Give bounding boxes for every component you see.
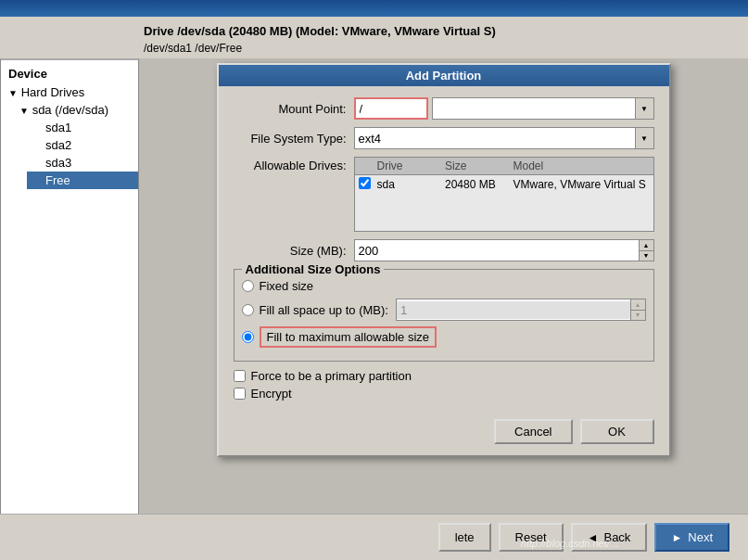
additional-size-options-legend: Additional Size Options	[242, 262, 385, 276]
drives-table-row: sda 20480 MB VMware, VMware Virtual S	[355, 175, 653, 194]
mount-point-dropdown-btn[interactable]: ▼	[635, 98, 653, 119]
encrypt-checkbox[interactable]	[234, 388, 246, 400]
force-primary-row: Force to be a primary partition	[234, 369, 654, 383]
fill-all-space-row: Fill all space up to (MB): ▲ ▼	[242, 299, 646, 321]
right-area: Add Partition Mount Point: ▼	[139, 58, 748, 560]
size-decrement-btn[interactable]: ▼	[640, 251, 653, 261]
drives-col-radio	[359, 159, 377, 172]
force-primary-checkbox[interactable]	[234, 370, 246, 382]
size-label: Size (MB):	[234, 244, 354, 258]
fixed-size-label: Fixed size	[260, 279, 314, 293]
delete-button[interactable]: lete	[438, 523, 491, 552]
allowable-drives-row: Allowable Drives: Drive Size Model	[234, 157, 654, 232]
drives-table-empty	[355, 194, 653, 231]
filesystem-type-combo[interactable]: ext4 ▼	[354, 127, 654, 149]
fill-all-space-input	[397, 301, 630, 319]
sidebar-hard-drives: ▼ Hard Drives	[1, 83, 138, 101]
drive-header: Drive /dev/sda (20480 MB) (Model: VMware…	[0, 17, 748, 42]
mount-point-combo-text	[433, 107, 635, 110]
hard-drives-label: Hard Drives	[21, 85, 85, 99]
size-row: Size (MB): ▲ ▼	[234, 239, 654, 261]
sidebar-device-header: Device	[1, 64, 138, 83]
drives-col-size: Size	[445, 159, 513, 172]
sidebar-sda3[interactable]: sda3	[27, 154, 138, 172]
dialog-overlay: Add Partition Mount Point: ▼	[139, 58, 748, 560]
size-input[interactable]	[355, 242, 639, 260]
delete-label: lete	[455, 530, 475, 544]
drives-col-drive: Drive	[377, 159, 446, 172]
additional-size-options-section: Additional Size Options Fixed size Fill …	[234, 269, 654, 362]
encrypt-row: Encrypt	[234, 387, 654, 401]
filesystem-type-row: File System Type: ext4 ▼	[234, 127, 654, 149]
allowable-drives-label: Allowable Drives:	[234, 157, 354, 172]
drives-table-header: Drive Size Model	[355, 158, 653, 175]
sda-label: sda (/dev/sda)	[32, 103, 108, 117]
sidebar-sda[interactable]: ▼ sda (/dev/sda)	[12, 101, 138, 119]
hard-drives-expand-icon: ▼	[8, 88, 18, 98]
encrypt-label: Encrypt	[251, 387, 292, 401]
sidebar-free[interactable]: Free	[27, 172, 138, 189]
fill-max-radio[interactable]	[242, 331, 254, 343]
drives-col-model: Model	[513, 159, 650, 172]
bottom-bar: lete Reset ◄ Back ► Next	[0, 514, 748, 560]
sidebar-sda1[interactable]: sda1	[27, 119, 138, 136]
cancel-button[interactable]: Cancel	[494, 419, 572, 444]
sda-expand-icon: ▼	[19, 106, 29, 116]
sda-checkbox[interactable]	[359, 177, 371, 189]
size-increment-btn[interactable]: ▲	[640, 240, 653, 251]
fill-all-space-radio[interactable]	[242, 304, 254, 316]
watermark: http://blog.csdn.net/...	[521, 538, 618, 549]
drives-row-drive: sda	[377, 178, 446, 191]
fill-all-space-label: Fill all space up to (MB):	[260, 303, 388, 317]
sidebar-sda2[interactable]: sda2	[27, 136, 138, 154]
next-button[interactable]: ► Next	[654, 523, 729, 552]
fixed-size-radio[interactable]	[242, 280, 254, 292]
dialog-buttons: Cancel OK	[234, 412, 654, 444]
sidebar: Device ▼ Hard Drives ▼ sda (/dev/sda) sd…	[0, 58, 139, 560]
drives-row-size: 20480 MB	[445, 178, 513, 191]
next-arrow-icon: ►	[671, 531, 682, 544]
drives-row-model: VMware, VMware Virtual S	[513, 178, 650, 191]
mount-point-label: Mount Point:	[234, 102, 354, 116]
force-primary-label: Force to be a primary partition	[251, 369, 412, 383]
fixed-size-row: Fixed size	[242, 279, 646, 293]
fill-max-label: Fill to maximum allowable size	[267, 330, 430, 344]
allowable-drives-container: Drive Size Model sda	[354, 157, 654, 232]
fill-max-row: Fill to maximum allowable size	[242, 326, 646, 348]
drive-sub: /dev/sda1 /dev/Free	[0, 42, 748, 58]
content-row: Device ▼ Hard Drives ▼ sda (/dev/sda) sd…	[0, 58, 748, 560]
filesystem-type-label: File System Type:	[234, 132, 354, 146]
mount-point-row: Mount Point: ▼	[234, 97, 654, 120]
mount-point-input-container: ▼	[354, 97, 654, 120]
drives-table: Drive Size Model sda	[354, 157, 654, 232]
fill-max-box: Fill to maximum allowable size	[260, 326, 437, 348]
sidebar-sda-section: ▼ sda (/dev/sda) sda1 sda2 sda3 Free	[1, 101, 138, 189]
mount-point-combo[interactable]: ▼	[432, 97, 654, 120]
mount-point-input[interactable]	[354, 97, 428, 120]
ok-button[interactable]: OK	[580, 419, 654, 444]
filesystem-type-dropdown-btn[interactable]: ▼	[635, 128, 653, 148]
size-spinner[interactable]: ▲ ▼	[354, 239, 654, 261]
fill-all-space-spinner: ▲ ▼	[396, 299, 646, 321]
size-spinner-btns: ▲ ▼	[639, 240, 653, 261]
filesystem-type-container: ext4 ▼	[354, 127, 654, 149]
main-area: Drive /dev/sda (20480 MB) (Model: VMware…	[0, 17, 748, 560]
filesystem-type-value: ext4	[355, 130, 635, 147]
drives-checkbox-cell[interactable]	[359, 177, 377, 192]
top-bar	[0, 0, 748, 17]
fill-all-space-increment-btn: ▲	[631, 299, 645, 311]
next-label: Next	[688, 530, 713, 544]
fill-all-space-spinner-btns: ▲ ▼	[630, 299, 645, 320]
fill-all-space-decrement-btn: ▼	[631, 311, 645, 321]
size-container: ▲ ▼	[354, 239, 654, 261]
add-partition-dialog: Add Partition Mount Point: ▼	[217, 63, 671, 457]
dialog-body: Mount Point: ▼ File System T	[219, 86, 669, 455]
dialog-titlebar: Add Partition	[219, 65, 669, 86]
